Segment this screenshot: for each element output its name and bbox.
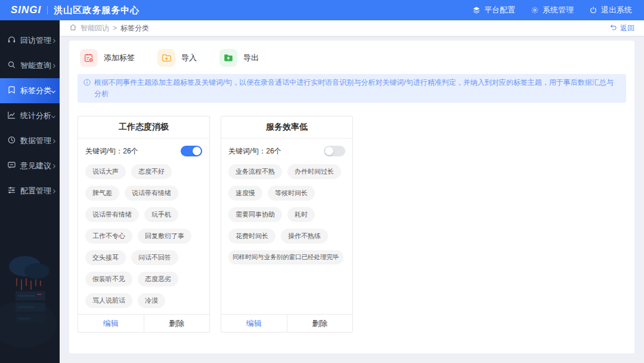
delete-button[interactable]: 删除: [287, 315, 353, 332]
keyword-tag: 骂人说脏话: [85, 293, 132, 308]
tag-card-service-efficiency: 服务效率低 关键词/句：26个 业务流程不熟办件时间过长速度慢等候时间长需要同事…: [221, 116, 353, 333]
keyword-tag: 说话大声: [85, 164, 126, 179]
keyword-tag-list: 业务流程不熟办件时间过长速度慢等候时间长需要同事协助耗时花费时间长操作不熟练同样…: [228, 164, 345, 264]
site-title: 洪山区政务服务中心: [54, 5, 140, 16]
headset-icon: [7, 35, 16, 46]
keyword-tag: 态度恶劣: [138, 272, 178, 287]
keywords-count-label: 关键词/句：26个: [85, 146, 138, 156]
keywords-count-label: 关键词/句：26个: [228, 146, 281, 156]
sidebar-item-label: 配置管理: [20, 186, 52, 196]
sidebar-item-biaoqian-fenlei[interactable]: 标签分类: [0, 78, 60, 103]
sliders-icon: [7, 186, 16, 196]
info-banner-text: 根据不同事件主题添加主题标签及关键词/句，以便在录音通话中进行实时语音识别与分析…: [94, 77, 620, 100]
sidebar-item-zhineng-chaxun[interactable]: 智能查询: [0, 53, 60, 78]
content-area: 添加标签 导入 导出: [60, 36, 644, 363]
breadcrumb-separator: >: [113, 24, 117, 32]
info-banner: 根据不同事件主题添加主题标签及关键词/句，以便在录音通话中进行实时语音识别与分析…: [78, 74, 626, 103]
add-tag-icon: [80, 49, 98, 67]
edit-button[interactable]: 编辑: [221, 315, 287, 332]
keyword-tag: 工作不专心: [85, 229, 132, 244]
sidebar-item-yijian-jianyi[interactable]: 意见建议: [0, 153, 60, 179]
export-button[interactable]: 导出: [219, 49, 259, 67]
bookmark-icon: [7, 85, 16, 96]
import-button[interactable]: 导入: [157, 49, 197, 67]
keyword-tag: 问话不回答: [131, 250, 178, 265]
keyword-tag: 回复敷衍了事: [138, 229, 191, 244]
nav-logout[interactable]: 退出系统: [589, 5, 632, 16]
main-panel: 添加标签 导入 导出: [69, 41, 634, 353]
keyword-tag: 同样时间与业务别的窗口已经处理完毕: [228, 250, 343, 264]
back-button[interactable]: 返回: [609, 23, 634, 33]
sidebar-item-tongji-fenxi[interactable]: 统计分析: [0, 103, 60, 128]
breadcrumb-current: 标签分类: [120, 23, 149, 33]
sidebar-item-label: 标签分类: [20, 85, 52, 96]
keyword-tag: 办件时间过长: [287, 164, 341, 179]
keywords-toggle[interactable]: [324, 146, 345, 156]
chevron-right-icon: [51, 38, 55, 42]
card-title: 工作态度消极: [78, 116, 209, 139]
toggle-knob: [325, 147, 333, 155]
keyword-tag: 假装听不见: [85, 272, 132, 287]
card-title: 服务效率低: [221, 116, 352, 139]
keyword-tag: 说话带有情绪: [85, 207, 139, 222]
keyword-tag: 脾气差: [85, 186, 119, 201]
sidebar-item-peizhi-guanli[interactable]: 配置管理: [0, 179, 60, 204]
toolbar: 添加标签 导入 导出: [69, 41, 634, 67]
card-footer: 编辑 删除: [78, 314, 209, 332]
chevron-right-icon: [51, 139, 55, 143]
home-icon: [69, 23, 77, 33]
main-area: 智能回访 > 标签分类 返回 添加标签: [60, 20, 644, 363]
chevron-right-icon: [51, 189, 55, 193]
chevron-down-icon: [51, 88, 55, 93]
clock-icon: [7, 136, 16, 146]
keyword-tag: 速度慢: [228, 186, 262, 201]
keyword-tag: 说话带有情绪: [125, 186, 178, 201]
export-label: 导出: [243, 53, 259, 63]
keyword-tag: 耗时: [287, 207, 315, 222]
nav-platform-config[interactable]: 平台配置: [472, 5, 515, 16]
breadcrumb-bar: 智能回访 > 标签分类 返回: [60, 20, 644, 36]
keyword-tag: 玩手机: [144, 207, 178, 222]
back-arrow-icon: [609, 23, 617, 33]
header-nav: 平台配置 系统管理 退出系统: [472, 5, 632, 16]
nav-logout-label: 退出系统: [601, 5, 632, 16]
comment-icon: [7, 161, 16, 171]
tag-cards-row: 工作态度消极 关键词/句：26个 说话大声态度不好脾气差说话带有情绪说话带有情绪…: [69, 103, 634, 346]
card-footer: 编辑 删除: [221, 314, 352, 332]
power-icon: [589, 6, 597, 14]
keyword-tag: 花费时间长: [228, 229, 275, 244]
cloud-server-illustration: [0, 244, 60, 363]
app-window: SINGI 洪山区政务服务中心 平台配置 系统管理 退出系统: [0, 0, 644, 363]
info-icon: [83, 77, 91, 90]
sidebar-item-shuju-guanli[interactable]: 数据管理: [0, 128, 60, 153]
nav-system-manage-label: 系统管理: [543, 5, 574, 16]
chevron-right-icon: [51, 63, 55, 67]
export-icon: [219, 49, 237, 67]
keywords-toggle[interactable]: [181, 146, 202, 156]
sidebar: 回访管理 智能查询 标签分类 统计分析: [0, 20, 60, 363]
sidebar-item-label: 数据管理: [20, 136, 52, 146]
keyword-tag: 业务流程不熟: [228, 164, 282, 179]
back-button-label: 返回: [620, 23, 634, 33]
sidebar-menu: 回访管理 智能查询 标签分类 统计分析: [0, 20, 60, 204]
chevron-right-icon: [51, 164, 55, 168]
sidebar-item-label: 回访管理: [20, 35, 52, 46]
sidebar-item-label: 意见建议: [20, 161, 52, 171]
edit-button[interactable]: 编辑: [78, 315, 144, 332]
add-tag-button[interactable]: 添加标签: [80, 49, 135, 67]
card-body: 关键词/句：26个 说话大声态度不好脾气差说话带有情绪说话带有情绪玩手机工作不专…: [78, 139, 209, 314]
keyword-tag: 态度不好: [131, 164, 172, 179]
breadcrumb: 智能回访 > 标签分类: [69, 23, 149, 33]
nav-system-manage[interactable]: 系统管理: [531, 5, 574, 16]
sidebar-item-huifang[interactable]: 回访管理: [0, 28, 60, 53]
import-icon: [157, 49, 175, 67]
delete-button[interactable]: 删除: [144, 315, 210, 332]
top-header: SINGI 洪山区政务服务中心 平台配置 系统管理 退出系统: [0, 0, 644, 20]
keyword-tag: 冷漠: [138, 293, 165, 308]
breadcrumb-section[interactable]: 智能回访: [80, 23, 109, 33]
keyword-tag: 需要同事协助: [228, 207, 282, 222]
platform-icon: [472, 6, 481, 14]
import-label: 导入: [181, 53, 197, 63]
card-body: 关键词/句：26个 业务流程不熟办件时间过长速度慢等候时间长需要同事协助耗时花费…: [221, 139, 352, 314]
nav-platform-config-label: 平台配置: [484, 5, 515, 16]
